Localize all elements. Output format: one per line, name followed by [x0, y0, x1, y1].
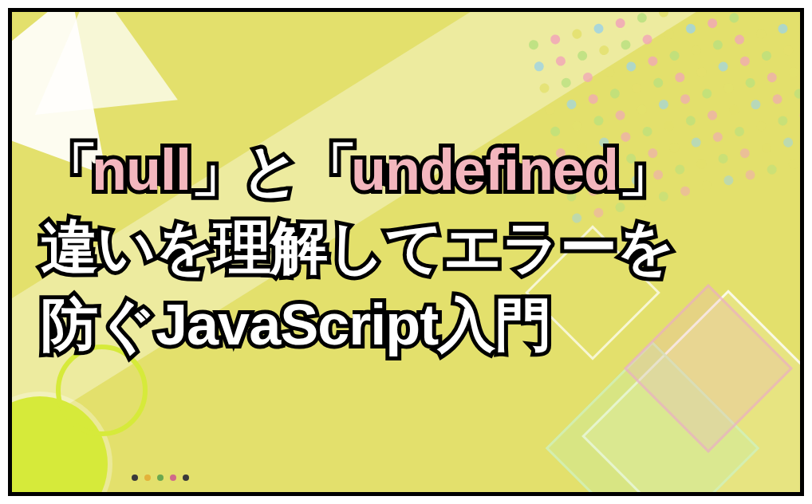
bracket-close: 」: [618, 138, 669, 202]
headline-line-2: 違いを理解してエラーを: [41, 209, 784, 286]
bracket-close: 」: [191, 138, 242, 202]
thumbnail-card: 「null」と「undefined」 違いを理解してエラーを 防ぐJavaScr…: [8, 8, 804, 496]
headline-line-3: 防ぐJavaScript入門: [41, 286, 784, 364]
keyword-undefined: undefined: [351, 138, 618, 202]
triangle-decoration: [22, 8, 178, 115]
bracket-open: 「: [41, 138, 92, 202]
headline-conjunction: と: [242, 138, 300, 202]
small-dots-decoration: [132, 474, 189, 481]
headline-line-1: 「null」と「undefined」: [41, 132, 784, 209]
bracket-open: 「: [300, 138, 351, 202]
keyword-null: null: [92, 138, 191, 202]
headline: 「null」と「undefined」 違いを理解してエラーを 防ぐJavaScr…: [41, 132, 784, 364]
